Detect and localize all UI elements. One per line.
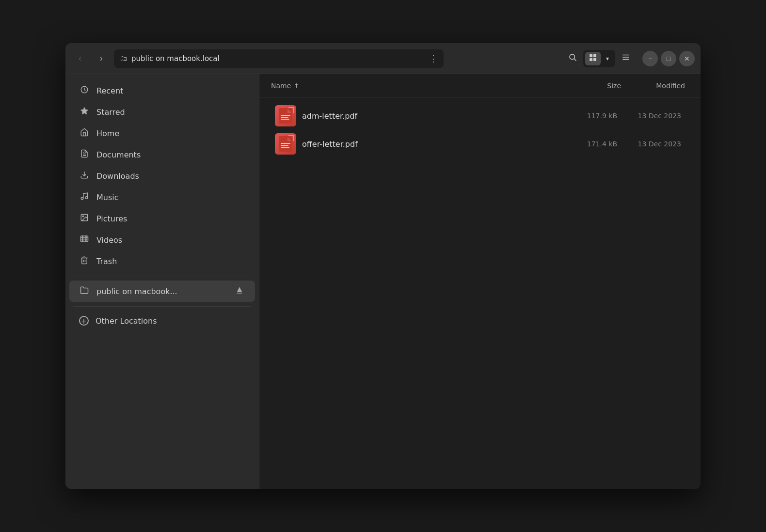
svg-rect-34 [281, 147, 289, 148]
close-icon: ✕ [684, 55, 690, 63]
forward-button[interactable]: › [93, 50, 110, 67]
home-icon [79, 128, 90, 139]
address-menu-button[interactable]: ⋮ [429, 53, 438, 64]
plus-icon: + [79, 316, 89, 326]
svg-point-15 [85, 197, 88, 199]
file-modified-offer: 13 Dec 2023 [617, 140, 685, 148]
pdf-icon [275, 105, 296, 126]
svg-marker-10 [81, 108, 88, 114]
back-icon: ‹ [79, 53, 81, 63]
view-toggle: ▾ [583, 50, 615, 67]
svg-point-14 [81, 197, 83, 200]
address-bar[interactable]: 🗂 public on macbook.local ⋮ [114, 49, 444, 68]
file-list: adm-letter.pdf 117.9 kB 13 Dec 2023 [259, 97, 701, 489]
eject-icon [236, 287, 243, 296]
sidebar-item-videos-label: Videos [96, 235, 122, 245]
sidebar-item-downloads[interactable]: Downloads [69, 166, 255, 186]
svg-rect-28 [281, 115, 290, 116]
sidebar-item-pictures[interactable]: Pictures [69, 208, 255, 229]
svg-rect-18 [81, 236, 88, 242]
sidebar-item-downloads-label: Downloads [96, 172, 139, 181]
table-row[interactable]: offer-letter.pdf 171.4 kB 13 Dec 2023 [263, 130, 697, 157]
name-column-header[interactable]: Name ↑ [271, 82, 563, 90]
close-button[interactable]: ✕ [679, 51, 695, 66]
sort-arrow-icon: ↑ [294, 82, 299, 89]
sidebar-item-pictures-label: Pictures [96, 214, 127, 223]
sidebar-item-home[interactable]: Home [69, 123, 255, 143]
sidebar-item-trash[interactable]: Trash [69, 251, 255, 271]
file-size-adm: 117.9 kB [559, 112, 617, 120]
address-menu-icon: ⋮ [429, 53, 438, 64]
svg-rect-32 [281, 143, 290, 144]
sidebar-item-other-locations-label: Other Locations [96, 316, 157, 326]
svg-line-1 [574, 59, 576, 61]
size-column-header[interactable]: Size [563, 82, 621, 90]
eject-button[interactable] [234, 285, 245, 297]
videos-icon [79, 235, 90, 245]
sidebar-item-music[interactable]: Music [69, 187, 255, 207]
sidebar-item-music-label: Music [96, 193, 119, 202]
svg-rect-29 [281, 117, 288, 118]
pictures-icon [79, 213, 90, 224]
svg-rect-20 [86, 236, 86, 242]
svg-rect-19 [82, 236, 83, 242]
sidebar-item-documents-label: Documents [96, 150, 141, 159]
sidebar-item-other-locations[interactable]: + Other Locations [69, 311, 255, 330]
minimize-icon: − [648, 55, 652, 63]
svg-rect-33 [281, 145, 288, 146]
sidebar-item-documents[interactable]: Documents [69, 144, 255, 165]
forward-icon: › [100, 53, 103, 63]
sidebar: Recent Starred Home [65, 74, 259, 489]
table-row[interactable]: adm-letter.pdf 117.9 kB 13 Dec 2023 [263, 102, 697, 129]
file-name-adm: adm-letter.pdf [302, 111, 559, 121]
file-list-area: Name ↑ Size Modified [259, 74, 701, 489]
sidebar-item-recent[interactable]: Recent [69, 80, 255, 101]
sidebar-item-videos[interactable]: Videos [69, 230, 255, 250]
address-text: public on macbook.local [131, 54, 425, 63]
recent-icon [79, 85, 90, 96]
sidebar-item-network[interactable]: public on macbook... [69, 281, 255, 302]
sidebar-divider-2 [73, 306, 251, 307]
svg-rect-2 [590, 54, 592, 57]
starred-icon [79, 107, 90, 117]
svg-rect-30 [281, 119, 289, 120]
grid-view-button[interactable] [585, 52, 601, 65]
svg-rect-5 [593, 58, 596, 61]
svg-rect-3 [593, 54, 596, 57]
window-controls: − □ ✕ [642, 51, 695, 66]
sidebar-item-trash-label: Trash [96, 257, 117, 266]
minimize-button[interactable]: − [642, 51, 658, 66]
network-folder-icon [79, 286, 90, 297]
svg-point-17 [82, 216, 83, 217]
search-icon [568, 53, 577, 64]
list-view-button[interactable] [617, 50, 635, 67]
address-folder-icon: 🗂 [120, 54, 128, 63]
titlebar: ‹ › 🗂 public on macbook.local ⋮ [65, 43, 701, 74]
svg-point-0 [570, 54, 575, 60]
grid-icon [589, 54, 597, 63]
file-list-header: Name ↑ Size Modified [259, 74, 701, 97]
sidebar-item-home-label: Home [96, 129, 119, 138]
view-dropdown-button[interactable]: ▾ [602, 52, 613, 65]
sidebar-item-network-label: public on macbook... [96, 287, 177, 296]
file-icon-adm [275, 105, 296, 126]
file-size-offer: 171.4 kB [559, 140, 617, 148]
file-name-offer: offer-letter.pdf [302, 140, 559, 149]
documents-icon [79, 149, 90, 160]
toolbar-right: ▾ [564, 50, 635, 67]
maximize-button[interactable]: □ [661, 51, 676, 66]
main-content-area: Recent Starred Home [65, 74, 701, 489]
downloads-icon [79, 171, 90, 181]
sidebar-item-recent-label: Recent [96, 86, 123, 95]
modified-column-header[interactable]: Modified [621, 82, 689, 90]
file-modified-adm: 13 Dec 2023 [617, 112, 685, 120]
music-icon [79, 192, 90, 203]
sidebar-item-starred[interactable]: Starred [69, 102, 255, 122]
back-button[interactable]: ‹ [71, 50, 89, 67]
svg-rect-4 [590, 58, 592, 61]
modified-column-label: Modified [656, 82, 685, 90]
svg-rect-26 [237, 293, 242, 293]
sidebar-divider [73, 276, 251, 276]
search-button[interactable] [564, 50, 581, 67]
list-icon [622, 53, 630, 64]
